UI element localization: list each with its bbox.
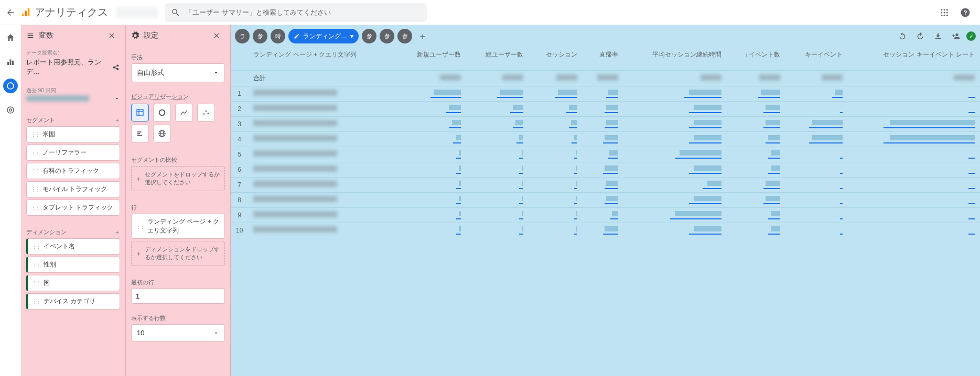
svg-rect-27 <box>137 131 142 132</box>
viz-table-button[interactable] <box>131 104 149 121</box>
dimension-dropzone[interactable]: ＋ディメンションをドロップするか選択してください <box>131 241 225 266</box>
viz-bar-button[interactable] <box>131 125 149 142</box>
dimensions-label: ディメンション <box>26 228 67 236</box>
data-table[interactable]: ランディング ページ + クエリ文字列新規ユーザー数総ユーザー数セッション直帰率… <box>231 47 980 376</box>
table-row[interactable]: 1 <box>231 86 980 101</box>
chevron-down-icon <box>213 330 219 336</box>
close-variables-button[interactable] <box>107 31 120 40</box>
segment-dropzone[interactable]: ＋セグメントをドロップするか選択してください <box>131 166 225 191</box>
column-header[interactable]: 平均セッション継続時間 <box>623 47 727 70</box>
table-row[interactable]: 10 <box>231 223 980 238</box>
row-dimension-chip[interactable]: ⋮⋮ランディング ページ + クエリ文字列 <box>131 214 225 239</box>
nav-ads[interactable] <box>3 103 18 117</box>
svg-point-26 <box>208 113 209 114</box>
panel-title: 変数 <box>39 31 53 40</box>
column-header[interactable]: キーイベント <box>785 47 848 70</box>
tab-pill[interactable]: ラ <box>235 29 250 43</box>
topbar: アナリティクス 「ユーザー サマリー」と検索してみてください ? <box>0 0 980 25</box>
pencil-icon <box>294 33 300 39</box>
column-header[interactable]: 新規ユーザー数 <box>395 47 466 70</box>
table-row[interactable]: 5 <box>231 147 980 162</box>
nav-reports[interactable] <box>3 54 18 69</box>
viz-label: ビジュアリゼーション <box>131 93 225 101</box>
share-button[interactable] <box>949 29 963 43</box>
first-row-input[interactable] <box>131 289 225 304</box>
tab-active[interactable]: ランディング… ▾ <box>288 29 359 43</box>
table-row[interactable]: 8 <box>231 192 980 207</box>
segment-chip[interactable]: ⋮⋮米国 <box>26 126 120 142</box>
exploration-name[interactable]: レポート用参照元、ランデ… <box>26 57 120 81</box>
table-row[interactable]: 6 <box>231 162 980 177</box>
undo-icon <box>898 32 907 40</box>
bar-icon <box>136 129 144 138</box>
download-button[interactable] <box>931 29 945 43</box>
column-header[interactable]: セッション <box>529 47 583 70</box>
donut-icon <box>158 108 166 117</box>
segment-chip[interactable]: ⋮⋮有料のトラフィック <box>26 163 120 179</box>
help-icon[interactable]: ? <box>955 2 976 23</box>
dimension-chip[interactable]: ⋮⋮性別 <box>26 257 120 273</box>
date-range-picker[interactable] <box>26 94 120 106</box>
technique-label: 手法 <box>131 53 225 61</box>
redo-button[interactable] <box>913 29 928 43</box>
target-icon <box>6 105 15 115</box>
nav-home[interactable] <box>3 30 18 45</box>
table-row[interactable]: 2 <box>231 101 980 116</box>
close-settings-button[interactable] <box>212 31 225 40</box>
add-dimension-button[interactable]: ＋ <box>114 228 120 236</box>
undo-button[interactable] <box>895 29 910 43</box>
add-segment-button[interactable]: ＋ <box>114 116 120 124</box>
column-header[interactable]: ランディング ページ + クエリ文字列 <box>248 47 395 70</box>
gear-icon <box>131 31 139 40</box>
column-header[interactable]: セッション キーイベント レート <box>848 47 980 70</box>
column-header[interactable]: 総ユーザー数 <box>466 47 529 70</box>
share-icon <box>112 63 120 71</box>
segment-chip[interactable]: ⋮⋮ノーリファラー <box>26 145 120 161</box>
add-tab-button[interactable]: ＋ <box>415 29 430 43</box>
table-row[interactable]: 4 <box>231 131 980 147</box>
chevron-down-icon <box>213 70 219 76</box>
viz-geo-button[interactable] <box>153 125 171 142</box>
segment-chip[interactable]: ⋮⋮タブレット トラフィック <box>26 200 120 216</box>
left-nav <box>0 25 21 376</box>
total-row: 合計 <box>231 70 980 86</box>
panel-title: 設定 <box>144 31 158 40</box>
table-row[interactable]: 3 <box>231 116 980 131</box>
technique-select[interactable]: 自由形式 <box>131 63 225 82</box>
column-header[interactable]: 直帰率 <box>583 47 623 70</box>
viz-line-button[interactable] <box>175 104 193 121</box>
app-title: アナリティクス <box>35 5 108 19</box>
apps-icon[interactable] <box>934 2 955 23</box>
svg-point-8 <box>946 12 948 13</box>
column-header[interactable]: イベント数 <box>727 47 786 70</box>
dimension-chip[interactable]: ⋮⋮デバイス カテゴリ <box>26 293 120 309</box>
viz-scatter-button[interactable] <box>197 104 215 121</box>
dimension-chip[interactable]: ⋮⋮国 <box>26 275 120 291</box>
tab-pill[interactable]: 参 <box>380 29 394 43</box>
table-row[interactable]: 9 <box>231 207 980 223</box>
tab-pill[interactable]: 参 <box>362 29 376 43</box>
bar-chart-icon <box>6 57 15 67</box>
search-bar[interactable]: 「ユーザー サマリー」と検索してみてください <box>165 3 427 22</box>
tab-pill[interactable]: 参 <box>397 29 412 43</box>
svg-point-18 <box>7 107 14 113</box>
date-range-label: 過去 90 日間 <box>26 87 120 94</box>
table-row[interactable]: 7 <box>231 177 980 192</box>
svg-point-23 <box>159 110 165 116</box>
dimension-chip[interactable]: ⋮⋮イベント名 <box>26 238 120 255</box>
svg-point-9 <box>941 14 942 16</box>
nav-explore[interactable] <box>3 79 18 93</box>
svg-rect-16 <box>12 61 14 65</box>
search-icon <box>171 8 180 17</box>
tab-pill[interactable]: 時 <box>271 29 285 43</box>
viz-donut-button[interactable] <box>153 104 171 121</box>
svg-text:?: ? <box>963 9 967 16</box>
svg-rect-2 <box>28 7 30 16</box>
show-rows-select[interactable]: 10 <box>131 324 225 341</box>
segment-chip[interactable]: ⋮⋮モバイル トラフィック <box>26 181 120 197</box>
back-button[interactable] <box>4 6 17 19</box>
person-add-icon <box>952 32 960 40</box>
svg-point-3 <box>941 9 942 10</box>
property-selector[interactable] <box>116 7 158 18</box>
tab-pill[interactable]: 参 <box>253 29 267 43</box>
